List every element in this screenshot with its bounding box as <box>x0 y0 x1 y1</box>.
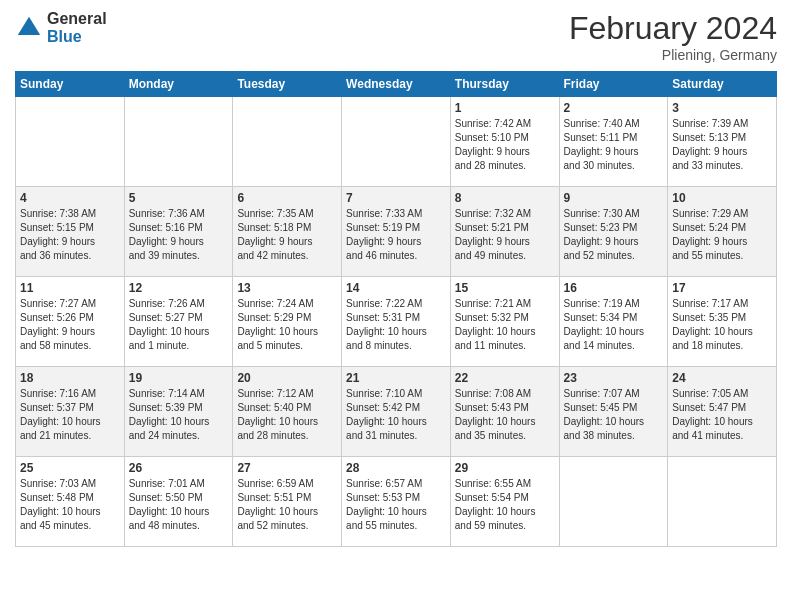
calendar-cell: 8Sunrise: 7:32 AM Sunset: 5:21 PM Daylig… <box>450 187 559 277</box>
calendar-cell: 2Sunrise: 7:40 AM Sunset: 5:11 PM Daylig… <box>559 97 668 187</box>
calendar-week-row: 11Sunrise: 7:27 AM Sunset: 5:26 PM Dayli… <box>16 277 777 367</box>
weekday-header-friday: Friday <box>559 72 668 97</box>
calendar-cell: 5Sunrise: 7:36 AM Sunset: 5:16 PM Daylig… <box>124 187 233 277</box>
calendar-cell: 12Sunrise: 7:26 AM Sunset: 5:27 PM Dayli… <box>124 277 233 367</box>
day-number: 13 <box>237 281 337 295</box>
cell-info: Sunrise: 7:14 AM Sunset: 5:39 PM Dayligh… <box>129 387 229 443</box>
cell-info: Sunrise: 7:24 AM Sunset: 5:29 PM Dayligh… <box>237 297 337 353</box>
cell-info: Sunrise: 7:17 AM Sunset: 5:35 PM Dayligh… <box>672 297 772 353</box>
day-number: 12 <box>129 281 229 295</box>
calendar-cell <box>16 97 125 187</box>
logo: General Blue <box>15 10 107 45</box>
cell-info: Sunrise: 7:03 AM Sunset: 5:48 PM Dayligh… <box>20 477 120 533</box>
weekday-header-saturday: Saturday <box>668 72 777 97</box>
calendar-header: SundayMondayTuesdayWednesdayThursdayFrid… <box>16 72 777 97</box>
day-number: 22 <box>455 371 555 385</box>
day-number: 14 <box>346 281 446 295</box>
weekday-header-sunday: Sunday <box>16 72 125 97</box>
day-number: 21 <box>346 371 446 385</box>
weekday-header-wednesday: Wednesday <box>342 72 451 97</box>
calendar-cell: 25Sunrise: 7:03 AM Sunset: 5:48 PM Dayli… <box>16 457 125 547</box>
cell-info: Sunrise: 6:59 AM Sunset: 5:51 PM Dayligh… <box>237 477 337 533</box>
calendar-cell <box>342 97 451 187</box>
calendar-cell: 23Sunrise: 7:07 AM Sunset: 5:45 PM Dayli… <box>559 367 668 457</box>
calendar-cell: 11Sunrise: 7:27 AM Sunset: 5:26 PM Dayli… <box>16 277 125 367</box>
calendar-cell: 3Sunrise: 7:39 AM Sunset: 5:13 PM Daylig… <box>668 97 777 187</box>
cell-info: Sunrise: 7:01 AM Sunset: 5:50 PM Dayligh… <box>129 477 229 533</box>
cell-info: Sunrise: 7:42 AM Sunset: 5:10 PM Dayligh… <box>455 117 555 173</box>
cell-info: Sunrise: 7:21 AM Sunset: 5:32 PM Dayligh… <box>455 297 555 353</box>
calendar-week-row: 25Sunrise: 7:03 AM Sunset: 5:48 PM Dayli… <box>16 457 777 547</box>
day-number: 25 <box>20 461 120 475</box>
calendar-cell: 14Sunrise: 7:22 AM Sunset: 5:31 PM Dayli… <box>342 277 451 367</box>
weekday-header-monday: Monday <box>124 72 233 97</box>
day-number: 16 <box>564 281 664 295</box>
cell-info: Sunrise: 7:22 AM Sunset: 5:31 PM Dayligh… <box>346 297 446 353</box>
logo-general-text: General <box>47 10 107 28</box>
calendar-cell: 19Sunrise: 7:14 AM Sunset: 5:39 PM Dayli… <box>124 367 233 457</box>
calendar-cell: 13Sunrise: 7:24 AM Sunset: 5:29 PM Dayli… <box>233 277 342 367</box>
calendar-week-row: 4Sunrise: 7:38 AM Sunset: 5:15 PM Daylig… <box>16 187 777 277</box>
calendar-cell: 9Sunrise: 7:30 AM Sunset: 5:23 PM Daylig… <box>559 187 668 277</box>
day-number: 8 <box>455 191 555 205</box>
cell-info: Sunrise: 7:40 AM Sunset: 5:11 PM Dayligh… <box>564 117 664 173</box>
day-number: 4 <box>20 191 120 205</box>
day-number: 17 <box>672 281 772 295</box>
calendar-cell: 6Sunrise: 7:35 AM Sunset: 5:18 PM Daylig… <box>233 187 342 277</box>
calendar-week-row: 1Sunrise: 7:42 AM Sunset: 5:10 PM Daylig… <box>16 97 777 187</box>
calendar-week-row: 18Sunrise: 7:16 AM Sunset: 5:37 PM Dayli… <box>16 367 777 457</box>
weekday-header-tuesday: Tuesday <box>233 72 342 97</box>
cell-info: Sunrise: 7:39 AM Sunset: 5:13 PM Dayligh… <box>672 117 772 173</box>
day-number: 28 <box>346 461 446 475</box>
day-number: 10 <box>672 191 772 205</box>
cell-info: Sunrise: 7:35 AM Sunset: 5:18 PM Dayligh… <box>237 207 337 263</box>
day-number: 7 <box>346 191 446 205</box>
day-number: 26 <box>129 461 229 475</box>
day-number: 27 <box>237 461 337 475</box>
calendar-cell <box>668 457 777 547</box>
day-number: 1 <box>455 101 555 115</box>
cell-info: Sunrise: 7:32 AM Sunset: 5:21 PM Dayligh… <box>455 207 555 263</box>
cell-info: Sunrise: 7:19 AM Sunset: 5:34 PM Dayligh… <box>564 297 664 353</box>
cell-info: Sunrise: 7:29 AM Sunset: 5:24 PM Dayligh… <box>672 207 772 263</box>
cell-info: Sunrise: 7:33 AM Sunset: 5:19 PM Dayligh… <box>346 207 446 263</box>
calendar-cell: 18Sunrise: 7:16 AM Sunset: 5:37 PM Dayli… <box>16 367 125 457</box>
day-number: 6 <box>237 191 337 205</box>
cell-info: Sunrise: 6:55 AM Sunset: 5:54 PM Dayligh… <box>455 477 555 533</box>
day-number: 2 <box>564 101 664 115</box>
calendar-cell <box>559 457 668 547</box>
weekday-header-row: SundayMondayTuesdayWednesdayThursdayFrid… <box>16 72 777 97</box>
day-number: 3 <box>672 101 772 115</box>
logo-blue-text: Blue <box>47 28 107 46</box>
logo-text: General Blue <box>47 10 107 45</box>
calendar-cell: 28Sunrise: 6:57 AM Sunset: 5:53 PM Dayli… <box>342 457 451 547</box>
calendar-cell: 26Sunrise: 7:01 AM Sunset: 5:50 PM Dayli… <box>124 457 233 547</box>
cell-info: Sunrise: 6:57 AM Sunset: 5:53 PM Dayligh… <box>346 477 446 533</box>
cell-info: Sunrise: 7:08 AM Sunset: 5:43 PM Dayligh… <box>455 387 555 443</box>
calendar-cell: 1Sunrise: 7:42 AM Sunset: 5:10 PM Daylig… <box>450 97 559 187</box>
day-number: 29 <box>455 461 555 475</box>
calendar-cell <box>233 97 342 187</box>
month-title: February 2024 <box>569 10 777 47</box>
calendar-cell: 21Sunrise: 7:10 AM Sunset: 5:42 PM Dayli… <box>342 367 451 457</box>
calendar-cell: 20Sunrise: 7:12 AM Sunset: 5:40 PM Dayli… <box>233 367 342 457</box>
day-number: 15 <box>455 281 555 295</box>
logo-icon <box>15 14 43 42</box>
calendar-body: 1Sunrise: 7:42 AM Sunset: 5:10 PM Daylig… <box>16 97 777 547</box>
calendar-cell: 4Sunrise: 7:38 AM Sunset: 5:15 PM Daylig… <box>16 187 125 277</box>
cell-info: Sunrise: 7:12 AM Sunset: 5:40 PM Dayligh… <box>237 387 337 443</box>
cell-info: Sunrise: 7:16 AM Sunset: 5:37 PM Dayligh… <box>20 387 120 443</box>
calendar-table: SundayMondayTuesdayWednesdayThursdayFrid… <box>15 71 777 547</box>
day-number: 9 <box>564 191 664 205</box>
calendar-cell: 27Sunrise: 6:59 AM Sunset: 5:51 PM Dayli… <box>233 457 342 547</box>
calendar-cell: 15Sunrise: 7:21 AM Sunset: 5:32 PM Dayli… <box>450 277 559 367</box>
calendar-cell: 7Sunrise: 7:33 AM Sunset: 5:19 PM Daylig… <box>342 187 451 277</box>
day-number: 19 <box>129 371 229 385</box>
cell-info: Sunrise: 7:26 AM Sunset: 5:27 PM Dayligh… <box>129 297 229 353</box>
title-block: February 2024 Pliening, Germany <box>569 10 777 63</box>
calendar-cell: 10Sunrise: 7:29 AM Sunset: 5:24 PM Dayli… <box>668 187 777 277</box>
calendar-cell: 24Sunrise: 7:05 AM Sunset: 5:47 PM Dayli… <box>668 367 777 457</box>
day-number: 24 <box>672 371 772 385</box>
cell-info: Sunrise: 7:10 AM Sunset: 5:42 PM Dayligh… <box>346 387 446 443</box>
cell-info: Sunrise: 7:30 AM Sunset: 5:23 PM Dayligh… <box>564 207 664 263</box>
